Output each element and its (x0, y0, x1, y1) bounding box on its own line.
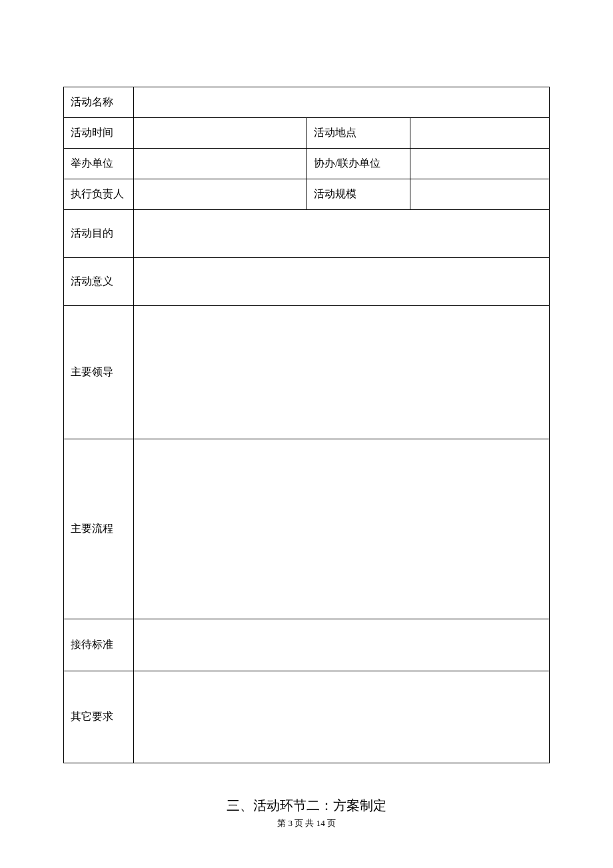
page-footer: 第 3 页 共 14 页 (63, 817, 550, 829)
table-row: 活动意义 (64, 258, 550, 306)
label-exec-person: 执行负责人 (64, 179, 134, 210)
table-row: 执行负责人 活动规模 (64, 179, 550, 210)
label-reception-standard: 接待标准 (64, 619, 134, 671)
label-host-unit: 举办单位 (64, 149, 134, 179)
table-row: 活动目的 (64, 210, 550, 258)
section-heading: 三、活动环节二：方案制定 (63, 797, 550, 815)
value-host-unit (134, 149, 307, 179)
footer-total-pages: 14 (316, 818, 325, 828)
value-other-requirements (134, 671, 550, 763)
label-activity-location: 活动地点 (307, 118, 410, 149)
footer-current-page: 3 (288, 818, 293, 828)
value-activity-purpose (134, 210, 550, 258)
footer-middle: 页 共 (295, 818, 314, 828)
page-container: 活动名称 活动时间 活动地点 举办单位 协办/联办单位 执行负责人 活动规模 (0, 0, 613, 829)
label-coop-unit: 协办/联办单位 (307, 149, 410, 179)
label-activity-meaning: 活动意义 (64, 258, 134, 306)
label-main-leaders: 主要领导 (64, 306, 134, 439)
footer-prefix: 第 (277, 818, 286, 828)
table-row: 主要领导 (64, 306, 550, 439)
value-main-leaders (134, 306, 550, 439)
label-activity-purpose: 活动目的 (64, 210, 134, 258)
label-activity-scale: 活动规模 (307, 179, 410, 210)
value-activity-meaning (134, 258, 550, 306)
value-activity-name (134, 87, 550, 118)
label-main-process: 主要流程 (64, 439, 134, 619)
label-other-requirements: 其它要求 (64, 671, 134, 763)
value-activity-location (410, 118, 550, 149)
activity-form-table: 活动名称 活动时间 活动地点 举办单位 协办/联办单位 执行负责人 活动规模 (63, 87, 550, 763)
value-coop-unit (410, 149, 550, 179)
footer-suffix: 页 (327, 818, 336, 828)
value-reception-standard (134, 619, 550, 671)
table-row: 举办单位 协办/联办单位 (64, 149, 550, 179)
table-row: 接待标准 (64, 619, 550, 671)
value-main-process (134, 439, 550, 619)
table-row: 其它要求 (64, 671, 550, 763)
value-activity-time (134, 118, 307, 149)
value-activity-scale (410, 179, 550, 210)
label-activity-name: 活动名称 (64, 87, 134, 118)
table-row: 活动名称 (64, 87, 550, 118)
value-exec-person (134, 179, 307, 210)
table-row: 主要流程 (64, 439, 550, 619)
table-row: 活动时间 活动地点 (64, 118, 550, 149)
label-activity-time: 活动时间 (64, 118, 134, 149)
